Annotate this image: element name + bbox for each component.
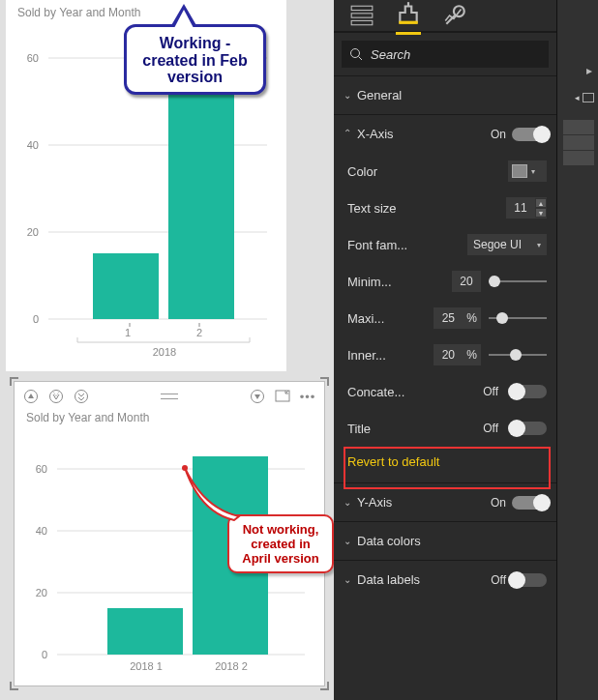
svg-text:0: 0 xyxy=(33,313,39,325)
section-label: General xyxy=(357,88,402,102)
section-general[interactable]: ⌄General xyxy=(334,75,556,114)
expand-caret-icon[interactable]: ▸ xyxy=(586,64,592,77)
row-color: Color ▾ xyxy=(334,153,556,190)
svg-rect-31 xyxy=(107,608,183,655)
section-yaxis[interactable]: ⌄Y-Axis On xyxy=(334,482,556,521)
pane-tabs xyxy=(334,0,556,33)
svg-text:2018 2: 2018 2 xyxy=(215,660,248,672)
drill-up-icon[interactable] xyxy=(22,388,40,405)
section-label: Y-Axis xyxy=(357,495,392,510)
svg-text:60: 60 xyxy=(36,463,47,475)
chevron-down-icon: ⌄ xyxy=(344,497,351,508)
property-label: Font fam... xyxy=(347,238,423,252)
property-label: Text size xyxy=(347,201,423,216)
svg-text:40: 40 xyxy=(27,139,39,151)
svg-rect-8 xyxy=(93,253,159,319)
toggle-state-label: Off xyxy=(483,573,506,587)
toggle-state-label: On xyxy=(483,128,506,141)
revert-to-default[interactable]: Revert to default xyxy=(334,447,556,482)
fontfamily-dropdown[interactable]: Segoe UI▾ xyxy=(467,234,547,255)
chevron-up-icon: ⌃ xyxy=(344,128,351,138)
drill-down-all-icon[interactable] xyxy=(47,388,65,405)
section-label: Data colors xyxy=(357,534,421,548)
svg-text:40: 40 xyxy=(36,525,47,537)
datalabels-toggle[interactable] xyxy=(512,573,547,587)
section-label: Data labels xyxy=(357,572,420,587)
expand-next-level-icon[interactable] xyxy=(73,388,90,405)
min-slider[interactable] xyxy=(489,275,547,288)
textsize-input[interactable]: 11 ▲▼ xyxy=(506,197,547,219)
chevron-down-icon: ▾ xyxy=(537,241,541,249)
row-concatenate: Concate... Off xyxy=(334,373,556,410)
svg-text:0: 0 xyxy=(42,649,47,660)
svg-text:2018: 2018 xyxy=(153,346,176,358)
svg-text:20: 20 xyxy=(27,226,39,238)
fields-toggle[interactable]: ◂ xyxy=(575,93,594,102)
svg-rect-38 xyxy=(351,20,373,24)
concatenate-toggle[interactable] xyxy=(512,385,547,398)
tab-format[interactable] xyxy=(396,0,421,35)
color-picker[interactable]: ▾ xyxy=(508,160,547,182)
report-canvas[interactable]: Sold by Year and Month 0 20 40 60 1 2 xyxy=(0,0,334,700)
drag-grip-icon[interactable] xyxy=(161,388,178,405)
drill-mode-icon[interactable] xyxy=(249,388,266,405)
search-input[interactable]: Search xyxy=(342,41,549,68)
toggle-state-label: On xyxy=(483,496,506,510)
row-textsize: Text size 11 ▲▼ xyxy=(334,190,556,226)
row-title: Title Off xyxy=(334,410,556,447)
svg-text:2018 1: 2018 1 xyxy=(130,660,163,672)
property-label: Inner... xyxy=(347,348,423,363)
svg-rect-9 xyxy=(168,79,234,319)
chart-title: Sold by Year and Month xyxy=(15,405,324,424)
svg-rect-36 xyxy=(351,6,373,10)
tab-analytics[interactable] xyxy=(442,3,467,32)
tab-fields[interactable] xyxy=(349,3,374,32)
svg-rect-39 xyxy=(399,21,418,24)
row-minimum: Minim... 20 xyxy=(334,263,556,300)
row-maximum: Maxi... 25% xyxy=(334,300,556,336)
title-toggle[interactable] xyxy=(512,422,547,435)
format-pane: Search ⌄General ⌃X-Axis On Color ▾ Text … xyxy=(334,0,556,700)
svg-text:2: 2 xyxy=(196,327,202,338)
section-xaxis[interactable]: ⌃X-Axis On xyxy=(334,114,556,153)
max-input[interactable]: 25% xyxy=(434,307,481,329)
property-label: Concate... xyxy=(347,385,423,399)
min-input[interactable]: 20 xyxy=(452,271,481,292)
section-datacolors[interactable]: ⌄Data colors xyxy=(334,521,556,560)
annotation-notworking: Not working, created in April version xyxy=(227,514,334,573)
more-options-icon[interactable]: ••• xyxy=(299,388,316,405)
svg-text:60: 60 xyxy=(27,52,39,64)
chevron-down-icon: ⌄ xyxy=(344,90,351,101)
chart-title: Sold by Year and Month xyxy=(6,0,286,19)
search-icon xyxy=(349,47,363,61)
inner-slider[interactable] xyxy=(489,348,547,362)
spinner[interactable]: ▲▼ xyxy=(535,198,547,218)
toggle-state-label: Off xyxy=(475,422,498,435)
row-inner: Inner... 20% xyxy=(334,336,556,373)
search-placeholder: Search xyxy=(371,47,410,62)
chevron-down-icon: ▾ xyxy=(531,167,535,176)
chevron-down-icon: ⌄ xyxy=(344,536,351,546)
svg-line-42 xyxy=(359,57,363,61)
svg-point-35 xyxy=(182,465,188,471)
field-wells[interactable] xyxy=(563,120,594,165)
row-fontfamily: Font fam... Segoe UI▾ xyxy=(334,226,556,263)
svg-text:20: 20 xyxy=(36,587,47,598)
section-label: X-Axis xyxy=(357,127,394,141)
section-datalabels[interactable]: ⌄Data labels Off xyxy=(334,560,556,598)
inner-input[interactable]: 20% xyxy=(434,344,481,365)
svg-text:1: 1 xyxy=(125,327,131,338)
yaxis-toggle[interactable] xyxy=(512,496,547,510)
toggle-state-label: Off xyxy=(475,385,498,398)
svg-point-41 xyxy=(351,49,360,58)
property-label: Maxi... xyxy=(347,311,423,326)
max-slider[interactable] xyxy=(489,311,547,325)
xaxis-toggle[interactable] xyxy=(512,128,547,141)
table-icon xyxy=(583,93,594,102)
focus-mode-icon[interactable] xyxy=(274,388,291,405)
visual-header-toolbar: ••• xyxy=(15,382,324,405)
annotation-working: Working - created in Feb version xyxy=(124,24,266,95)
svg-rect-37 xyxy=(351,14,373,17)
fields-pane-collapsed[interactable]: ▸ ◂ xyxy=(556,0,598,700)
property-label: Color xyxy=(347,164,423,179)
